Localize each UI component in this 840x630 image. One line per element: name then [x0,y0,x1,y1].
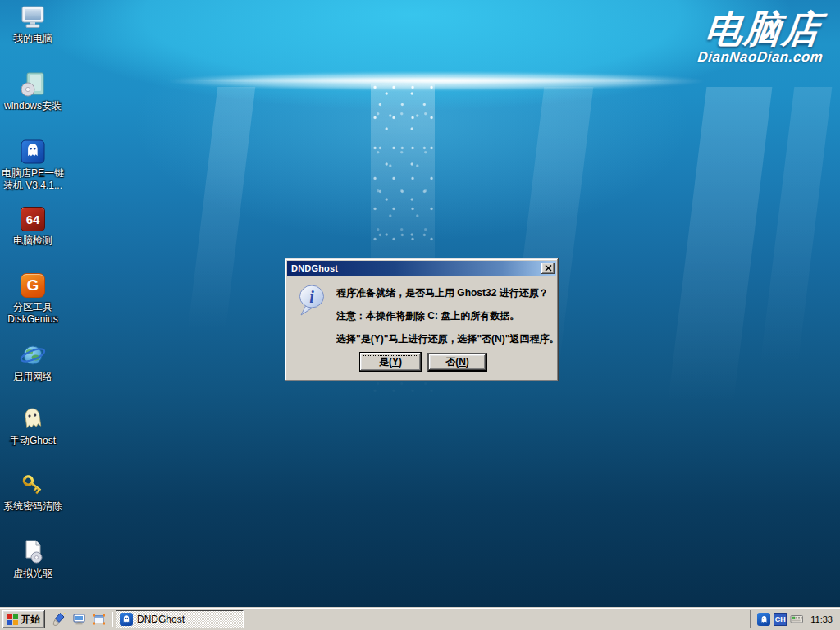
desktop-icon-enable-network[interactable]: 启用网络 [0,341,66,383]
desktop-icon-label: windows安装 [4,100,62,112]
diskgenius-g-icon: G [19,272,47,299]
desktop-icon-pe-one-key-install[interactable]: 电脑店PE一键 装机 V3.4.1... [0,138,66,192]
key-icon [19,471,47,499]
dialog-titlebar[interactable]: DNDGhost [287,261,556,276]
light-ray [756,87,833,399]
wallpaper-brand-logo: 电脑店 DianNaoDian.com [696,10,828,66]
info-balloon-icon: i [297,284,328,322]
tray-clock: 11:33 [810,614,833,624]
install-box-disc-icon [19,71,47,98]
quick-launch [51,611,107,628]
yes-label: 是( [379,356,392,368]
light-ray [185,87,256,358]
desktop-icon-pc-check[interactable]: 64 电脑检测 [0,205,66,247]
desktop-icon-label: 虚拟光驱 [13,568,52,580]
yes-label-end: ) [399,356,402,368]
yes-button[interactable]: 是(Y) [359,352,422,372]
start-logo-icon [7,614,18,625]
show-desktop-icon[interactable] [71,611,87,628]
water-surface-highlight [148,76,717,84]
dialog-message-line: 程序准备就绪，是否马上用 Ghost32 进行还原？ [336,286,549,300]
network-globe-icon [19,341,47,369]
tray-ghost-icon[interactable] [757,613,770,626]
no-label-end: ) [466,356,469,368]
cpu-64-icon: 64 [19,205,47,233]
language-indicator[interactable]: CH [774,613,787,626]
desktop-icon-virtual-drive[interactable]: 虚拟光驱 [0,538,66,580]
desktop-icon-password-clear[interactable]: 系统密码清除 [0,471,66,513]
desktop-icon-label: 系统密码清除 [3,500,62,513]
window-layout-icon[interactable] [90,611,107,628]
close-icon [545,265,552,272]
dndghost-dialog: DNDGhost i 程序准备就绪，是否马上用 Ghost32 进行还原？ 注意… [285,258,559,381]
yes-access-key: Y [392,356,399,368]
ghost-app-icon [19,138,47,166]
ghost-icon [19,405,47,433]
dialog-title: DNDGhost [291,263,338,273]
brand-domain: DianNaoDian.com [696,49,824,66]
svg-text:i: i [309,288,314,306]
desktop-icon-manual-ghost[interactable]: 手动Ghost [0,405,66,447]
dialog-message-line: 注意：本操作将删除 C: 盘上的所有数据。 [336,309,519,323]
brand-title: 电脑店 [699,10,829,49]
start-button[interactable]: 开始 [2,610,45,628]
desktop-icon-diskgenius[interactable]: G 分区工具 DiskGenius [0,272,66,326]
document-disc-icon [19,538,47,566]
no-access-key: N [459,356,466,368]
no-label: 否( [445,356,459,368]
desktop-icon-label: 手动Ghost [10,435,56,447]
close-button[interactable] [541,262,555,274]
dialog-message-line: 选择"是(Y)"马上进行还原，选择"否(N)"返回程序。 [336,332,559,346]
my-computer-icon [19,3,47,31]
start-label: 开始 [21,613,40,627]
badge-64-text: 64 [26,212,40,226]
desktop: 电脑店 DianNaoDian.com 我的电脑 windows安装 [0,0,840,630]
dialog-body: i 程序准备就绪，是否马上用 Ghost32 进行还原？ 注意：本操作将删除 C… [287,276,556,379]
cleanup-brush-icon[interactable] [51,611,67,628]
desktop-icon-label: 我的电脑 [13,33,52,45]
ghost-icon [120,613,133,626]
system-tray: CH 11:33 [750,610,838,628]
desktop-icon-label: 分区工具 DiskGenius [7,301,57,326]
no-button[interactable]: 否(N) [427,353,487,372]
water-surface-foam [90,69,783,94]
task-button-label: DNDGhost [137,614,185,625]
light-ray [664,87,773,440]
desktop-icon-windows-install[interactable]: windows安装 [0,71,66,112]
desktop-icon-label: 电脑店PE一键 装机 V3.4.1... [2,167,64,192]
desktop-icon-label: 电脑检测 [13,235,52,247]
desktop-icon-label: 启用网络 [13,371,52,383]
soft-keyboard-icon[interactable] [790,611,804,628]
taskbar-task-button-dndghost[interactable]: DNDGhost [116,610,244,628]
g-glyph-text: G [27,276,39,294]
taskbar: 开始 [0,608,840,630]
taskbar-separator [112,612,112,627]
desktop-icon-my-computer[interactable]: 我的电脑 [0,3,66,45]
language-label: CH [775,615,786,623]
